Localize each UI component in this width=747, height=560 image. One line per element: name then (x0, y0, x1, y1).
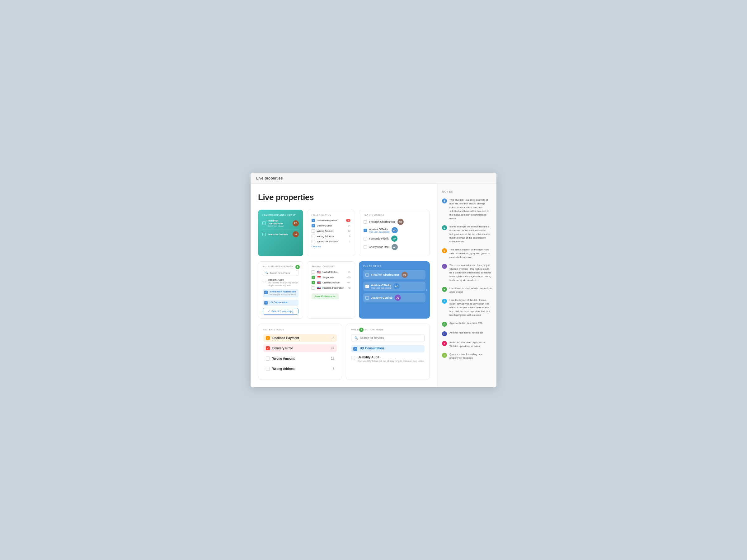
team-chk-2[interactable] (364, 237, 367, 240)
team-avatar-0: FO (397, 219, 404, 225)
note-text-6: Approve button is a clear CTA (449, 321, 483, 325)
filled-chk-1[interactable] (365, 285, 369, 288)
bm-name-0: UX Consultation (360, 347, 384, 350)
bf-item-1[interactable]: Delivery Error 24 (263, 344, 337, 352)
bottom-multi-card: MULTISELECTION MODE 4 🔍 UX Consultation (346, 324, 430, 380)
country-item-2[interactable]: 🇬🇧 United Kingdom +44 (312, 281, 351, 284)
user-row-0[interactable]: Friedrich Oberbrunner Select me, please … (262, 219, 299, 227)
team-chk-0[interactable] (364, 220, 367, 224)
bm-chk-0[interactable] (353, 347, 357, 351)
note-text-7: Another nice format for the list (449, 331, 483, 335)
note-bullet-9: J (442, 353, 447, 358)
bm-search-box[interactable]: 🔍 (351, 334, 424, 342)
filter-item-3[interactable]: Wrong Address 6 (312, 235, 351, 238)
service-item-1[interactable]: Information Architecture We will give yo… (263, 289, 299, 297)
orange-card: I AM ORANGE AND I LIKE IT Friedrich Ober… (258, 210, 303, 256)
bf-label-3: Wrong Address (272, 367, 330, 371)
arrow-btn[interactable]: › (426, 288, 427, 292)
bf-item-3[interactable]: Wrong Address 6 (263, 365, 337, 373)
filter-chk-4[interactable] (312, 240, 315, 243)
note-bullet-2: C (442, 248, 447, 253)
filled-item-2[interactable]: Jeanette Gottlieb JG (363, 293, 426, 302)
bf-chk-0[interactable] (266, 336, 270, 340)
bm-service-item-0[interactable]: UX Consultation (351, 345, 424, 352)
filter-chk-1[interactable] (312, 224, 315, 228)
bf-item-2[interactable]: Wrong Amount 12 (263, 355, 337, 363)
filter-chk-3[interactable] (312, 235, 315, 238)
service-chk-0[interactable] (263, 279, 266, 282)
service-item-0[interactable]: Usability Audit Our usability fellas wil… (263, 278, 299, 287)
notes-panel: NOTES A This blue box is a good example … (437, 184, 496, 387)
user-checkbox-1[interactable] (262, 233, 266, 236)
filled-name-2: Jeanette Gottlieb (371, 296, 392, 299)
filter-item-0[interactable]: Declined Payment 8 (312, 219, 351, 222)
user-row-1[interactable]: Jeanette Gottlieb JG (262, 231, 299, 237)
user-checkbox-0[interactable] (262, 221, 266, 225)
bm-search-input[interactable] (360, 336, 421, 340)
service-item-2[interactable]: UX Consultation (263, 300, 299, 306)
multi-search-box[interactable]: 🔍 (263, 270, 299, 276)
filled-sub-1: This user was picked (371, 287, 391, 289)
service-chk-2[interactable] (264, 301, 268, 304)
note-bullet-6: G (442, 322, 447, 327)
filter-item-2[interactable]: Wrong Amount 12 (312, 229, 351, 233)
team-item-2[interactable]: Fernando Pidrilio FP (364, 236, 425, 242)
filled-item-1[interactable]: Adeline O'Reilly This user was picked AO (363, 282, 426, 291)
service-desc-0: Our usability fellas will tap all day lo… (268, 282, 299, 287)
bm-info-0: UX Consultation (360, 347, 384, 350)
filled-name-1: Adeline O'Reilly (371, 284, 391, 287)
note-item-8: I Action is clear here: 'Approve' or 'De… (442, 341, 492, 348)
country-item-1[interactable]: 🇸🇬 Singapore +65 (312, 276, 351, 279)
note-item-6: G Approve button is a clear CTA (442, 321, 492, 327)
multi-search-input[interactable] (270, 272, 296, 274)
filled-avatar-2: JG (395, 295, 401, 301)
bm-service-item-1[interactable]: Usability Audit Our usability fellas wil… (351, 355, 424, 363)
bf-item-0[interactable]: Declined Payment 8 (263, 334, 337, 342)
filter-chk-2[interactable] (312, 229, 315, 233)
service-chk-1[interactable] (264, 291, 268, 294)
note-bullet-7: H (442, 331, 447, 336)
country-flag-3: 🇷🇺 (317, 286, 320, 290)
filter-item-1[interactable]: Delivery Error 24 (312, 224, 351, 228)
country-item-0[interactable]: 🇺🇸 United States +1 (312, 270, 351, 274)
country-chk-1[interactable] (312, 276, 315, 279)
country-chk-3[interactable] (312, 286, 315, 290)
filled-chk-2[interactable] (365, 296, 369, 300)
multi-select-label: MULTISELECTION MODE (263, 265, 299, 268)
country-chk-2[interactable] (312, 281, 315, 284)
bf-chk-2[interactable] (266, 356, 270, 361)
avatar-1: JG (292, 231, 299, 237)
note-item-9: J Quick shortcut for adding new property… (442, 352, 492, 360)
note-text-4: User icons to show who is involved on ea… (449, 287, 492, 294)
select-services-btn[interactable]: ✓ Select 2 service(s) (263, 308, 299, 315)
country-chk-0[interactable] (312, 270, 315, 274)
country-card: SELECT COUNTRY 🇺🇸 United States +1 🇸🇬 Si… (307, 261, 355, 318)
bm-chk-1[interactable] (351, 356, 355, 360)
main-window: Live properties Live properties I AM ORA… (251, 173, 496, 387)
team-chk-3[interactable] (364, 245, 367, 249)
note-text-8: Action is clear here: 'Approve' or 'Deta… (449, 341, 492, 348)
team-item-1[interactable]: Adeline O'Reilly This user was picked AO (364, 227, 425, 233)
team-chk-1[interactable] (364, 229, 367, 232)
filter-count-1: 24 (348, 224, 351, 227)
filter-chk-0[interactable] (312, 219, 315, 222)
clear-all-btn[interactable]: Clear All (312, 245, 351, 248)
team-name-0: Friedrich Oberbrunner (369, 220, 395, 223)
team-name-1: Adeline O'Reilly (369, 228, 389, 231)
bottom-filter-label: FILTER STATUS (263, 328, 337, 331)
save-preferences-btn[interactable]: Save Preferences (312, 293, 339, 299)
bf-chk-3[interactable] (266, 367, 270, 371)
filled-item-0[interactable]: Friedrich Oberbrunner FO (363, 270, 426, 279)
team-item-3[interactable]: Anonymous User AU (364, 244, 425, 250)
filled-info-2: Jeanette Gottlieb (371, 296, 392, 299)
bf-chk-1[interactable] (266, 346, 270, 350)
filter-count-4: 1 (349, 240, 351, 243)
service-desc-1: We will give you explanations (269, 293, 296, 296)
team-item-0[interactable]: Friedrich Oberbrunner FO (364, 219, 425, 225)
filled-chk-0[interactable] (365, 273, 369, 276)
note-text-5: I like the layout of this list. It looks… (449, 298, 492, 317)
bottom-filter-card: FILTER STATUS Declined Payment 8 Deliver… (258, 324, 342, 380)
filter-item-4[interactable]: Wrong UX Solution 1 (312, 240, 351, 243)
select-btn-icon: ✓ (268, 310, 270, 313)
country-item-3[interactable]: 🇷🇺 Russian Federation +8 (312, 286, 351, 290)
